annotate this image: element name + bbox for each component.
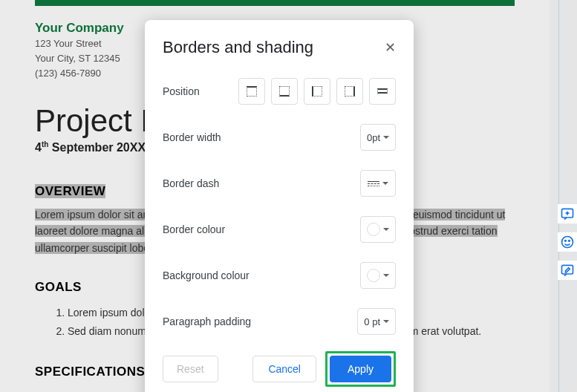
close-icon[interactable]: ✕ — [385, 39, 396, 56]
apply-highlight: Apply — [325, 351, 396, 387]
border-right-button[interactable] — [336, 78, 363, 105]
border-width-row: Border width 0pt — [163, 124, 396, 151]
border-width-value: 0pt — [367, 132, 380, 143]
position-row: Position — [163, 78, 396, 105]
dialog-title: Borders and shading — [163, 38, 313, 57]
chevron-down-icon — [383, 274, 389, 277]
chevron-down-icon — [382, 182, 388, 185]
chevron-down-icon — [383, 228, 389, 231]
background-colour-row: Background colour — [163, 262, 396, 289]
suggest-edits-icon[interactable] — [558, 261, 577, 280]
border-between-button[interactable] — [369, 78, 396, 105]
border-top-button[interactable] — [238, 78, 265, 105]
cancel-button[interactable]: Cancel — [252, 356, 316, 382]
position-label: Position — [163, 85, 200, 97]
dialog-header: Borders and shading ✕ — [163, 38, 396, 57]
colour-swatch-icon — [367, 223, 380, 236]
border-left-button[interactable] — [304, 78, 330, 105]
border-colour-dropdown[interactable] — [360, 216, 396, 243]
background-colour-label: Background colour — [163, 270, 250, 281]
colour-swatch-icon — [367, 269, 380, 282]
svg-point-2 — [565, 241, 567, 242]
reset-button[interactable]: Reset — [163, 356, 218, 382]
border-dash-dropdown[interactable] — [360, 170, 396, 197]
border-bottom-button[interactable] — [271, 78, 298, 105]
paragraph-padding-label: Paragraph padding — [163, 316, 251, 327]
border-width-dropdown[interactable]: 0pt — [360, 124, 396, 151]
background-colour-dropdown[interactable] — [360, 262, 396, 289]
svg-point-3 — [569, 241, 570, 242]
border-colour-label: Border colour — [163, 223, 225, 235]
emoji-icon[interactable] — [558, 232, 577, 252]
border-dash-row: Border dash — [163, 170, 396, 197]
border-dash-label: Border dash — [163, 177, 219, 189]
paragraph-padding-dropdown[interactable]: 0 pt — [357, 308, 396, 335]
borders-shading-dialog: Borders and shading ✕ Position Border wi… — [145, 20, 414, 392]
paragraph-padding-value: 0 pt — [364, 316, 380, 327]
add-comment-icon[interactable] — [558, 204, 577, 223]
chevron-down-icon — [383, 136, 389, 139]
dash-style-icon — [368, 181, 379, 186]
svg-point-1 — [562, 237, 573, 248]
border-width-label: Border width — [163, 131, 221, 143]
position-buttons — [238, 78, 396, 105]
apply-button[interactable]: Apply — [330, 356, 391, 382]
chevron-down-icon — [383, 320, 389, 323]
paragraph-padding-row: Paragraph padding 0 pt — [163, 308, 396, 335]
border-colour-row: Border colour — [163, 216, 396, 243]
side-toolbar — [558, 204, 577, 280]
dialog-footer: Reset Cancel Apply — [163, 351, 396, 387]
